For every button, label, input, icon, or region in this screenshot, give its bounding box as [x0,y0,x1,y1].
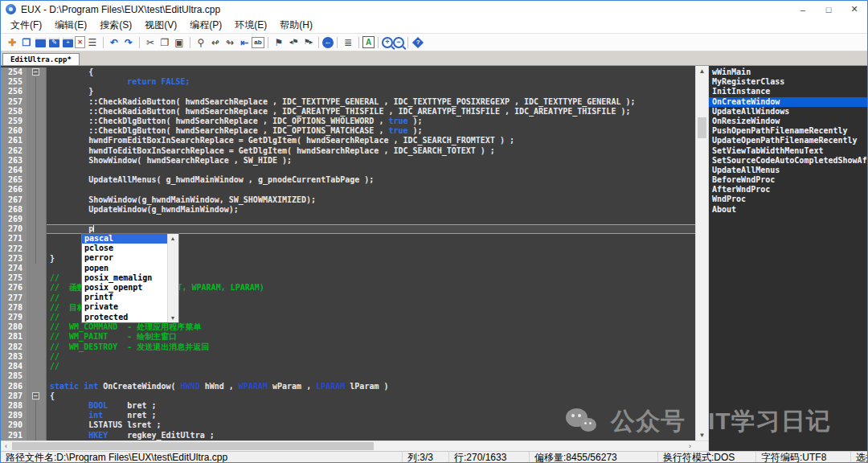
menu-edit[interactable]: 编辑(E) [48,18,93,32]
code-line-259[interactable]: 259 ::CheckDlgButton( hwndSearchReplace … [1,117,695,126]
minimize-button[interactable]: – [790,1,816,18]
undo-icon[interactable]: ↶ [107,35,121,49]
horizontal-scroll-thumb[interactable] [12,442,374,450]
code-text[interactable]: hwndToEditBoxInSearchReplace = GetDlgIte… [47,146,695,156]
code-text[interactable]: ShowWindow(g_hwndMainWindow, SW_SHOWMAXI… [47,195,695,205]
syntax-highlight-icon[interactable]: A [362,36,375,48]
code-text[interactable]: } [47,87,695,96]
code-line-261[interactable]: 261 hwndFromEditBoxInSearchReplace = Get… [1,136,695,145]
code-line-268[interactable]: 268 UpdateWindow(g_hwndMainWindow); [1,205,695,215]
new-file-icon[interactable]: ✚ [5,35,19,49]
autocomplete-item-popen[interactable]: popen [82,264,167,273]
code-line-266[interactable]: 266 [1,185,695,195]
view-options-icon[interactable]: ≣ [341,35,355,49]
code-text[interactable]: BOOL bret ; [47,401,695,411]
save-file-icon[interactable] [35,38,46,47]
code-text[interactable]: ShowWindow( hwndSearchReplace , SW_HIDE … [47,156,695,166]
scroll-left-arrow-icon[interactable]: ‹ [1,441,11,451]
maximize-button[interactable]: □ [816,1,841,18]
code-text[interactable]: UpdateWindow(g_hwndMainWindow); [47,205,695,215]
autocomplete-item-printf[interactable]: printf [82,293,167,302]
editor-vertical-scrollbar[interactable]: ▲ ▼ [695,66,708,440]
next-bookmark-icon[interactable]: ⚑▸ [301,35,315,49]
code-line-257[interactable]: 257 ::CheckRadioButton( hwndSearchReplac… [1,97,695,107]
function-list-item-OnCreateWindow[interactable]: OnCreateWindow [709,97,867,107]
code-line-265[interactable]: 265 UpdateAllMenus( g_hwndMainWindow , g… [1,175,695,185]
autocomplete-item-pclose[interactable]: pclose [82,244,167,253]
scroll-right-arrow-icon[interactable]: › [685,441,695,451]
code-text[interactable] [47,166,695,175]
function-list-item-UpdateAllMenus[interactable]: UpdateAllMenus [709,166,867,175]
function-list-item-InitInstance[interactable]: InitInstance [709,87,867,96]
code-line-286[interactable]: 286static int OnCreateWindow( HWND hWnd … [1,382,695,391]
autocomplete-scroll-up-icon[interactable]: ▲ [168,234,178,243]
vertical-scroll-thumb[interactable] [698,117,706,138]
menu-environment[interactable]: 环境(E) [228,18,273,32]
function-list-item-SetViewTabWidthMenuText[interactable]: SetViewTabWidthMenuText [709,146,867,156]
function-list-item-UpdateOpenPathFilenameRecently[interactable]: UpdateOpenPathFilenameRecently [709,136,867,145]
code-text[interactable]: // WM_DESTROY - 发送退出消息并返回 [47,342,695,352]
cut-icon[interactable]: ✂ [143,35,158,49]
about-icon[interactable]: ? [412,36,424,47]
function-list-item-UpdateAllWindows[interactable]: UpdateAllWindows [709,107,867,117]
code-line-267[interactable]: 267 ShowWindow(g_hwndMainWindow, SW_SHOW… [1,195,695,205]
code-text[interactable] [47,215,695,224]
code-line-264[interactable]: 264 [1,166,695,175]
tab-editultra-cpp[interactable]: EditUltra.cpp* [2,53,80,65]
code-line-280[interactable]: 280// WM_COMMAND - 处理应用程序菜单 [1,322,695,332]
function-list-item-SetSourceCodeAutoCompletedShowAf[interactable]: SetSourceCodeAutoCompletedShowAf [709,156,867,166]
code-text[interactable]: int nret ; [47,411,695,420]
code-line-282[interactable]: 282// WM_DESTROY - 发送退出消息并返回 [1,342,695,352]
code-text[interactable]: return FALSE; [47,77,695,87]
redo-icon[interactable]: ↷ [121,35,136,49]
code-text[interactable]: UpdateAllMenus( g_hwndMainWindow , g_pno… [47,175,695,185]
code-line-254[interactable]: 254− { [1,68,695,77]
fold-marker-icon[interactable]: − [32,68,39,76]
code-line-285[interactable]: 285 [1,371,695,381]
menu-file[interactable]: 文件(F) [4,18,48,32]
function-list-item-About[interactable]: About [709,205,867,215]
autocomplete-scroll-down-icon[interactable]: ▼ [168,313,178,322]
code-text[interactable]: // WM_PAINT - 绘制主窗口 [47,332,695,342]
code-text[interactable]: { [47,391,695,401]
menu-help[interactable]: 帮助(H) [273,18,319,32]
code-text[interactable]: ::CheckDlgButton( hwndSearchReplace , ID… [47,126,695,136]
autocomplete-item-pascal[interactable]: pascal [82,234,167,244]
code-text[interactable]: ::CheckRadioButton( hwndSearchReplace , … [47,107,695,117]
fold-marker-icon[interactable]: − [32,392,39,399]
function-list-item-BeforeWndProc[interactable]: BeforeWndProc [709,175,867,185]
code-line-258[interactable]: 258 ::CheckRadioButton( hwndSearchReplac… [1,107,695,117]
paste-icon[interactable]: ▣ [172,35,186,49]
code-line-283[interactable]: 283// [1,352,695,362]
code-text[interactable]: ::CheckRadioButton( hwndSearchReplace , … [47,97,695,107]
code-text[interactable]: { [47,68,695,77]
code-text[interactable]: // [47,362,695,371]
autocomplete-item-posix_memalign[interactable]: posix_memalign [82,273,167,283]
code-line-284[interactable]: 284// [1,362,695,371]
replace-icon[interactable]: ab [252,37,264,48]
prev-bookmark-icon[interactable]: ◂⚑ [286,35,301,49]
function-list-item-OnResizeWindow[interactable]: OnResizeWindow [709,117,867,126]
save-as-file-icon[interactable]: ✎ [49,38,59,47]
autocomplete-item-posix_openpt[interactable]: posix_openpt [82,283,167,293]
code-text[interactable]: HKEY regkey_EditUltra ; [47,431,695,440]
save-all-files-icon[interactable]: + [63,38,73,47]
code-line-288[interactable]: 288 BOOL bret ; [1,401,695,411]
menu-view[interactable]: 视图(V) [138,18,183,32]
code-text[interactable] [47,371,695,381]
autocomplete-item-perror[interactable]: perror [82,253,167,263]
code-text[interactable]: hwndFromEditBoxInSearchReplace = GetDlgI… [47,136,695,145]
function-list-item-MyRegisterClass[interactable]: MyRegisterClass [709,77,867,87]
autocomplete-item-private[interactable]: private [82,302,167,312]
code-text[interactable]: // WM_COMMAND - 处理应用程序菜单 [47,322,695,332]
function-list-item-wWinMain[interactable]: wWinMain [709,68,867,77]
editor-horizontal-scrollbar[interactable]: ‹ › [1,440,708,451]
close-button[interactable]: ✕ [841,1,867,18]
scroll-down-arrow-icon[interactable]: ▼ [696,430,708,440]
code-text[interactable]: LSTATUS lsret ; [47,420,695,430]
menu-program[interactable]: 编程(P) [183,18,228,32]
bookmark-icon[interactable]: ⚑ [272,35,286,49]
scroll-up-arrow-icon[interactable]: ▲ [696,66,708,76]
close-file-icon[interactable]: ✕ [75,36,85,48]
zoom-out-icon[interactable]: − [393,37,404,48]
